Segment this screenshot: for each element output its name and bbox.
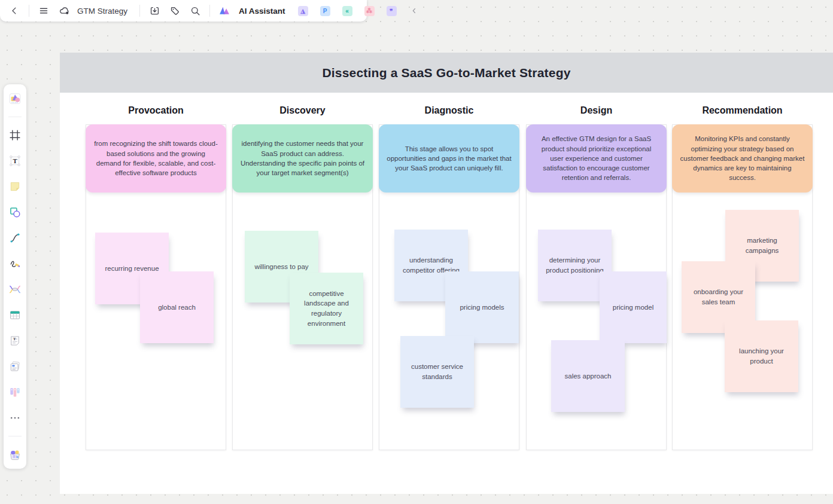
- ai-assistant-logo-icon[interactable]: [216, 2, 233, 19]
- code-app-icon[interactable]: «: [342, 6, 352, 16]
- top-toolbar: GTM Strategy AI Assistant ◮ P «: [0, 0, 367, 22]
- pages-app-icon[interactable]: P: [320, 6, 330, 16]
- table-tool[interactable]: [7, 307, 23, 323]
- ai-assistant-label[interactable]: AI Assistant: [239, 7, 285, 16]
- more-tools[interactable]: [7, 410, 23, 426]
- cards-tool[interactable]: [7, 359, 23, 374]
- tools-sidebar: T: [4, 84, 26, 469]
- column-label-provocation[interactable]: Provocation: [86, 105, 226, 120]
- column-label-design[interactable]: Design: [526, 105, 667, 120]
- board-name-label[interactable]: GTM Strategy: [77, 7, 127, 16]
- tag-button[interactable]: [166, 2, 183, 19]
- column-label-diagnostic[interactable]: Diagnostic: [379, 105, 519, 120]
- collapse-toolbar-button[interactable]: [406, 2, 422, 19]
- mind-map-tool[interactable]: [7, 282, 23, 297]
- column-header-card[interactable]: Monitoring KPIs and constantly optimizin…: [672, 124, 813, 193]
- toolbar-divider: [209, 5, 210, 17]
- sticky-note[interactable]: sales approach: [551, 340, 625, 412]
- sticky-note[interactable]: competitive landscape and regulatory env…: [290, 273, 363, 344]
- toolbar-divider: [29, 5, 29, 17]
- text-tool[interactable]: T: [7, 153, 23, 169]
- flow-app-icon[interactable]: ⁂: [364, 6, 375, 16]
- sidebar-divider: [8, 117, 22, 117]
- column-label-recommendation[interactable]: Recommendation: [672, 105, 813, 120]
- search-button[interactable]: [187, 2, 203, 19]
- document-tool[interactable]: T: [7, 333, 23, 349]
- kanban-tool[interactable]: [7, 384, 23, 400]
- column-header-card[interactable]: An effective GTM design for a SaaS produ…: [526, 124, 667, 193]
- column-header-card[interactable]: identifying the customer needs that your…: [232, 124, 373, 193]
- menu-button[interactable]: [35, 2, 52, 19]
- column-frame-discovery[interactable]: identifying the customer needs that your…: [232, 124, 373, 450]
- board-title-banner[interactable]: Dissecting a SaaS Go-to-Market Strategy: [60, 53, 833, 93]
- apps-tool[interactable]: b: [7, 447, 23, 462]
- templates-icon: [8, 92, 22, 105]
- board-canvas[interactable]: Dissecting a SaaS Go-to-Market Strategy …: [60, 53, 833, 494]
- sync-cloud-icon: [56, 2, 72, 19]
- connector-tool[interactable]: [7, 230, 23, 246]
- sticky-note[interactable]: customer service standards: [400, 336, 474, 408]
- sticky-note[interactable]: pricing models: [445, 271, 519, 343]
- toolbar-divider: [139, 5, 140, 17]
- sticky-note-tool[interactable]: [7, 179, 23, 194]
- column-header-card[interactable]: This stage allows you to spot opportunit…: [379, 124, 519, 193]
- back-button[interactable]: [6, 2, 23, 19]
- column-header-card[interactable]: from recognizing the shift towards cloud…: [86, 124, 226, 193]
- chat-app-icon[interactable]: ❞: [387, 6, 397, 16]
- draw-tool[interactable]: [7, 256, 23, 271]
- frame-tool[interactable]: [7, 127, 23, 143]
- column-frame-recommendation[interactable]: Monitoring KPIs and constantly optimizin…: [672, 124, 813, 450]
- board-banner-title[interactable]: Dissecting a SaaS Go-to-Market Strategy: [322, 66, 570, 80]
- sticky-note[interactable]: launching your product: [725, 320, 798, 392]
- sticky-note[interactable]: pricing model: [600, 271, 667, 343]
- column-frame-design[interactable]: An effective GTM design for a SaaS produ…: [526, 124, 667, 450]
- shapes-tool[interactable]: [7, 204, 23, 220]
- svg-text:T: T: [13, 157, 17, 164]
- templates-tool[interactable]: [7, 91, 23, 106]
- image-sparkle-app-icon[interactable]: ◮: [298, 6, 308, 16]
- whiteboard-app: { "toolbar": { "board_title": "GTM Strat…: [0, 0, 833, 504]
- column-frame-diagnostic[interactable]: This stage allows you to spot opportunit…: [379, 124, 519, 450]
- column-frame-provocation[interactable]: from recognizing the shift towards cloud…: [86, 124, 226, 450]
- import-button[interactable]: [146, 2, 163, 19]
- sticky-note[interactable]: global reach: [140, 271, 214, 343]
- column-label-discovery[interactable]: Discovery: [232, 105, 373, 120]
- sidebar-divider: [8, 436, 22, 436]
- svg-text:b: b: [16, 455, 19, 459]
